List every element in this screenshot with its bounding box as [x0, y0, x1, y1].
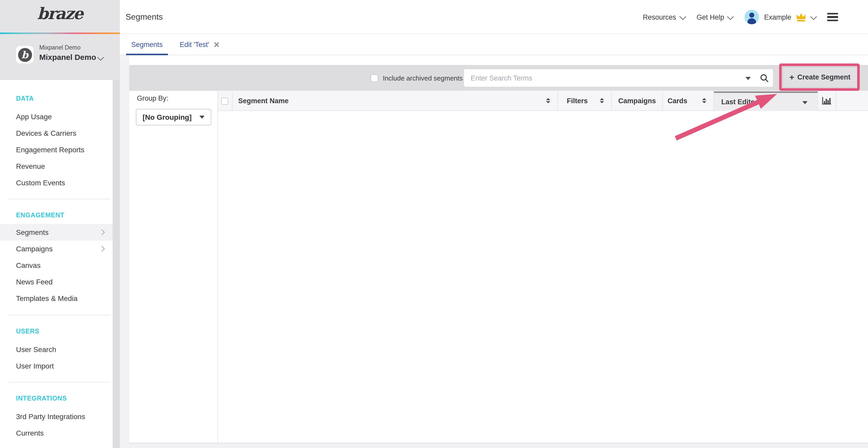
- braze-b-icon: b: [18, 48, 32, 62]
- sidebar-item-segments[interactable]: Segments: [0, 224, 113, 241]
- include-archived-checkbox[interactable]: [370, 74, 378, 82]
- tab-bar: Segments Edit 'Test' ×: [120, 35, 868, 55]
- sidebar-item-canvas[interactable]: Canvas: [0, 257, 113, 274]
- section-header-engagement: ENGAGEMENT: [0, 207, 113, 223]
- workspace-name: Mixpanel Demo: [39, 53, 96, 61]
- sort-icon[interactable]: [546, 98, 550, 103]
- header-actions: Resources Get Help Example: [643, 0, 838, 34]
- divider: [9, 315, 110, 315]
- tab-label: Edit 'Test': [180, 41, 209, 48]
- tab-edit-test[interactable]: Edit 'Test' ×: [175, 35, 225, 55]
- select-all-checkbox[interactable]: [221, 97, 228, 105]
- user-name[interactable]: Example: [764, 13, 791, 21]
- chevron-down-icon: [97, 54, 103, 60]
- sidebar-nav: DATA App Usage Devices & Carriers Engage…: [0, 80, 113, 448]
- section-header-data: DATA: [0, 91, 113, 106]
- horizontal-scroll-track[interactable]: [129, 443, 868, 448]
- header-cell-cards[interactable]: Cards: [663, 91, 714, 110]
- chevron-down-icon: [199, 115, 205, 119]
- divider: [9, 199, 110, 199]
- tab-segments[interactable]: Segments: [126, 35, 168, 55]
- get-help-menu[interactable]: Get Help: [696, 13, 732, 21]
- sidebar-item-news-feed[interactable]: News Feed: [0, 274, 113, 290]
- sidebar-item-devices-carriers[interactable]: Devices & Carriers: [0, 125, 113, 141]
- sidebar-item-campaigns[interactable]: Campaigns: [0, 241, 113, 257]
- sidebar-item-engagement-reports[interactable]: Engagement Reports: [0, 141, 113, 158]
- group-by-dropdown[interactable]: [No Grouping]: [136, 109, 211, 126]
- header-cell-checkbox: [218, 91, 232, 110]
- segments-table-header: Segment Name Filters Campaigns Cards Las…: [218, 91, 868, 111]
- content-gutter: [120, 55, 129, 448]
- header-cell-segment-name[interactable]: Segment Name: [232, 91, 558, 110]
- braze-logo[interactable]: braze: [0, 4, 120, 23]
- header-cell-empty: [836, 91, 868, 110]
- segments-toolbar: Include archived segments: [129, 65, 868, 91]
- column-label: Filters: [567, 97, 588, 105]
- sort-desc-caret-icon[interactable]: [802, 101, 808, 104]
- header-cell-last-edited[interactable]: Last Edited: [714, 91, 818, 111]
- create-segment-label: Create Segment: [798, 73, 851, 81]
- sidebar-logo-area: braze: [0, 0, 120, 33]
- sidebar-scrollbar[interactable]: [113, 80, 120, 448]
- sidebar-item-user-import[interactable]: User Import: [0, 358, 113, 374]
- section-header-integrations: INTEGRATIONS: [0, 391, 113, 406]
- header-cell-campaigns[interactable]: Campaigns: [612, 91, 663, 110]
- header-cell-filters[interactable]: Filters: [558, 91, 612, 110]
- braze-app-window: braze b Mixpanel Demo Mixpanel Demo DATA…: [0, 0, 868, 448]
- column-label: Campaigns: [618, 97, 656, 105]
- sort-icon[interactable]: [702, 98, 706, 103]
- workspace-app-icon: b: [16, 46, 34, 64]
- close-icon[interactable]: ×: [214, 40, 219, 49]
- header-cell-analytics[interactable]: [818, 91, 836, 110]
- resources-menu[interactable]: Resources: [643, 13, 684, 21]
- chart-icon: [822, 97, 831, 105]
- chevron-right-icon: [99, 246, 105, 252]
- chevron-down-icon[interactable]: [810, 13, 816, 20]
- avatar[interactable]: [745, 10, 759, 24]
- group-by-label: Group By:: [137, 95, 168, 102]
- sidebar-item-user-search[interactable]: User Search: [0, 341, 113, 358]
- column-label: Last Edited: [721, 98, 759, 106]
- workspace-switcher[interactable]: b Mixpanel Demo Mixpanel Demo: [0, 34, 120, 80]
- sidebar-item-label: Segments: [16, 228, 49, 236]
- create-segment-button[interactable]: + Create Segment: [782, 67, 858, 88]
- panel-divider: [218, 91, 218, 443]
- sort-icon[interactable]: [600, 98, 604, 103]
- sidebar-item-currents[interactable]: Currents: [0, 425, 113, 441]
- get-help-label: Get Help: [696, 13, 724, 21]
- include-archived-label: Include archived segments: [383, 74, 463, 82]
- section-header-users: USERS: [0, 323, 113, 339]
- sidebar-item-3rd-party-integrations[interactable]: 3rd Party Integrations: [0, 408, 113, 425]
- sidebar-item-custom-events[interactable]: Custom Events: [0, 174, 113, 191]
- column-label: Cards: [668, 97, 687, 105]
- hamburger-menu-icon[interactable]: [827, 13, 838, 21]
- sidebar-item-revenue[interactable]: Revenue: [0, 158, 113, 174]
- plus-icon: +: [789, 73, 795, 81]
- sidebar-item-templates-media[interactable]: Templates & Media: [0, 290, 113, 307]
- divider: [9, 382, 110, 382]
- tab-label: Segments: [131, 41, 163, 48]
- chevron-down-icon: [727, 13, 734, 20]
- search-input[interactable]: [464, 69, 773, 87]
- group-by-value: [No Grouping]: [143, 113, 192, 121]
- crown-icon: [796, 12, 806, 22]
- sidebar-item-app-usage[interactable]: App Usage: [0, 108, 113, 125]
- chevron-down-icon: [680, 13, 686, 20]
- resources-label: Resources: [643, 13, 676, 21]
- sidebar-item-label: Campaigns: [16, 245, 53, 253]
- search-icon[interactable]: [760, 74, 769, 82]
- chevron-right-icon: [99, 230, 105, 235]
- search-dropdown-caret-icon[interactable]: [746, 77, 751, 80]
- page-title: Segments: [126, 12, 163, 22]
- top-header: Segments Resources Get Help: [120, 0, 868, 34]
- company-name: Mixpanel Demo: [39, 44, 81, 50]
- column-label: Segment Name: [238, 97, 288, 105]
